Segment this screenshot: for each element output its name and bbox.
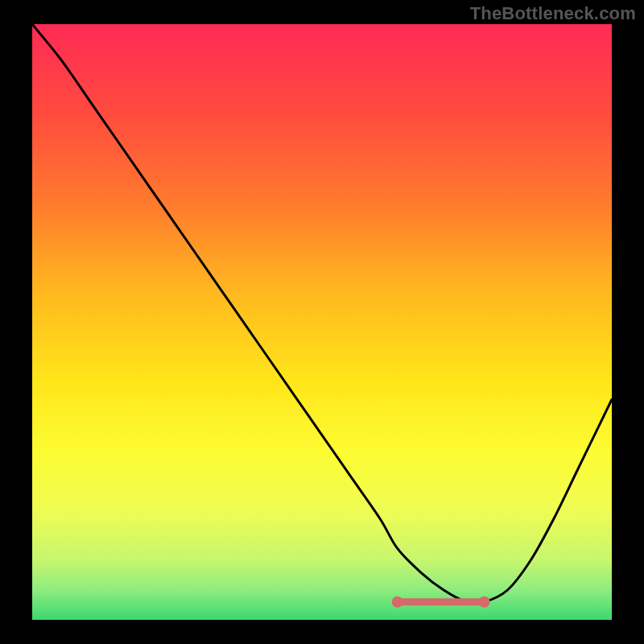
chart-background <box>32 24 612 620</box>
plot-area <box>32 24 612 620</box>
svg-point-1 <box>392 597 403 608</box>
bottleneck-chart <box>32 24 612 620</box>
chart-frame: TheBottleneck.com <box>0 0 644 644</box>
svg-point-2 <box>479 597 490 608</box>
watermark-text: TheBottleneck.com <box>470 3 636 24</box>
